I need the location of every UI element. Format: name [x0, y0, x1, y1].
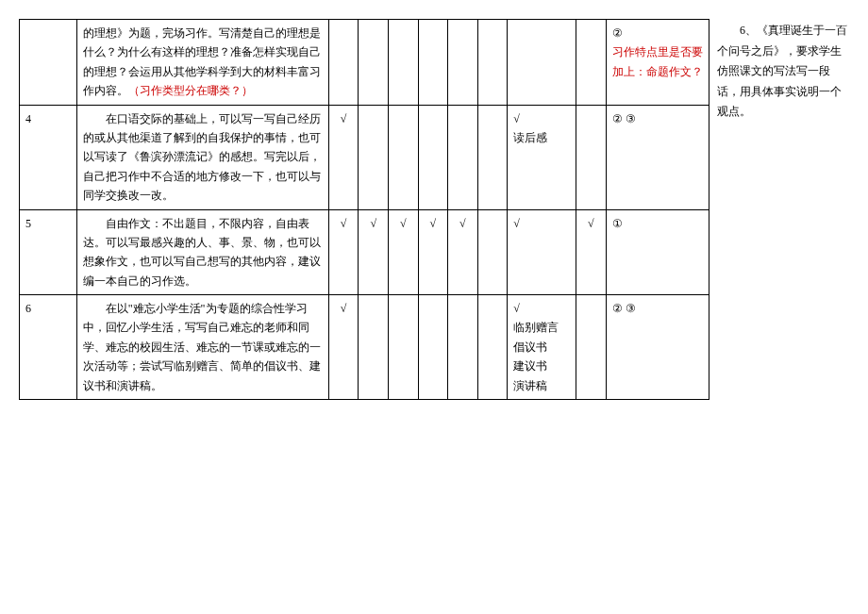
marks-cell: ①: [606, 209, 709, 295]
marks-cell: ② ③: [606, 105, 709, 209]
type-cell: √: [508, 209, 576, 295]
mid-cell: [576, 295, 607, 400]
content-text: 在以"难忘小学生活"为专题的综合性学习中，回忆小学生活，写写自己难忘的老师和同学…: [83, 299, 323, 395]
content-text: 自由作文：不出题目，不限内容，自由表达。可以写最感兴趣的人、事、景、物，也可以想…: [83, 214, 323, 291]
check-cell: [477, 295, 508, 400]
check-cell: [328, 20, 359, 106]
marks-cell: ②习作特点里是否要加上：命题作文？: [606, 20, 709, 106]
type-cell: [508, 20, 576, 106]
row-content: 在以"难忘小学生活"为专题的综合性学习中，回忆小学生活，写写自己难忘的老师和同学…: [76, 295, 328, 400]
row-content: 在口语交际的基础上，可以写一写自己经历的或从其他渠道了解到的自我保护的事情，也可…: [76, 105, 328, 209]
table-row: 6在以"难忘小学生活"为专题的综合性学习中，回忆小学生活，写写自己难忘的老师和同…: [20, 295, 709, 400]
check-cell: [388, 20, 418, 106]
row-content: 的理想》为题，完场习作。写清楚自己的理想是什么？为什么有这样的理想？准备怎样实现…: [76, 20, 328, 106]
marks-text: ② ③: [612, 109, 703, 128]
document-table: 的理想》为题，完场习作。写清楚自己的理想是什么？为什么有这样的理想？准备怎样实现…: [19, 19, 709, 400]
mid-cell: √: [576, 209, 607, 295]
row-number: 6: [20, 295, 77, 400]
check-cell: [418, 105, 448, 209]
check-cell: √: [328, 295, 359, 400]
row-number: [20, 20, 77, 106]
check-cell: [448, 295, 478, 400]
row-number: 4: [20, 105, 77, 209]
side-note: 6、《真理诞生于一百个问号之后》，要求学生仿照课文的写法写一段话，用具体事实说明…: [717, 19, 849, 400]
check-cell: [418, 295, 448, 400]
check-cell: [418, 20, 448, 106]
check-cell: [448, 105, 478, 209]
mid-cell: [576, 20, 607, 106]
check-cell: √: [388, 209, 418, 295]
row-content: 自由作文：不出题目，不限内容，自由表达。可以写最感兴趣的人、事、景、物，也可以想…: [76, 209, 328, 295]
content-text: 在口语交际的基础上，可以写一写自己经历的或从其他渠道了解到的自我保护的事情，也可…: [83, 109, 323, 206]
check-cell: √: [418, 209, 448, 295]
marks-text: ①: [612, 214, 703, 233]
check-cell: [359, 20, 389, 106]
table-row: 4在口语交际的基础上，可以写一写自己经历的或从其他渠道了解到的自我保护的事情，也…: [20, 105, 709, 209]
marks-text: 习作特点里是否要加上：命题作文？: [612, 42, 703, 81]
type-cell: √ 读后感: [508, 105, 576, 209]
check-cell: [359, 105, 389, 209]
check-cell: [448, 20, 478, 106]
check-cell: [388, 295, 418, 400]
table-row: 5自由作文：不出题目，不限内容，自由表达。可以写最感兴趣的人、事、景、物，也可以…: [20, 209, 709, 295]
marks-text: ②: [612, 24, 703, 42]
marks-cell: ② ③: [606, 295, 709, 400]
table-row: 的理想》为题，完场习作。写清楚自己的理想是什么？为什么有这样的理想？准备怎样实现…: [20, 20, 709, 106]
mid-cell: [576, 105, 607, 209]
marks-text: ② ③: [612, 299, 703, 318]
type-cell: √ 临别赠言 倡议书 建议书 演讲稿: [508, 295, 576, 400]
check-cell: [477, 209, 508, 295]
content-text: （习作类型分在哪类？）: [128, 84, 253, 97]
row-number: 5: [20, 209, 77, 295]
check-cell: [477, 20, 508, 106]
check-cell: √: [359, 209, 389, 295]
check-cell: [388, 105, 418, 209]
check-cell: √: [448, 209, 478, 295]
check-cell: √: [328, 209, 359, 295]
check-cell: √: [328, 105, 359, 209]
check-cell: [359, 295, 389, 400]
check-cell: [477, 105, 508, 209]
